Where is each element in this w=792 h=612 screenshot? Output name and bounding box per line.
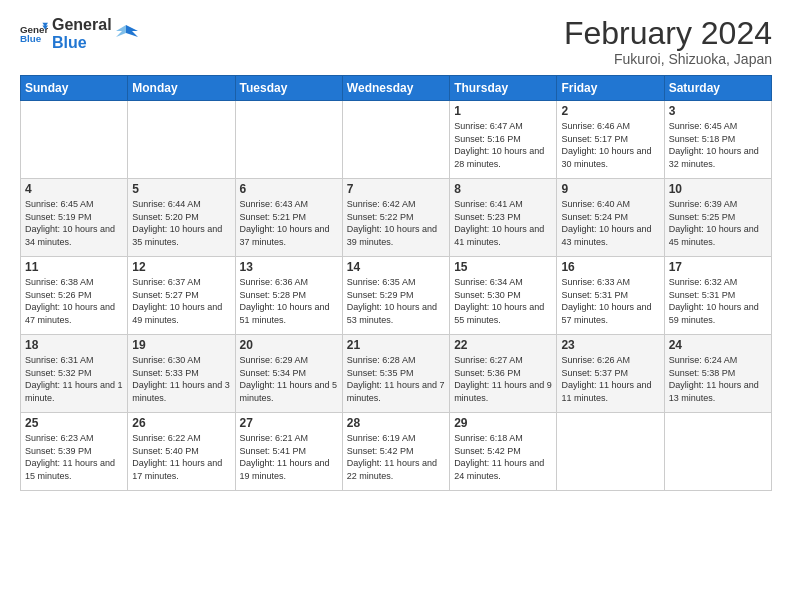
cell-date: 17 [669, 260, 767, 274]
cell-date: 11 [25, 260, 123, 274]
table-row [21, 101, 128, 179]
table-row: 3Sunrise: 6:45 AMSunset: 5:18 PMDaylight… [664, 101, 771, 179]
table-row: 17Sunrise: 6:32 AMSunset: 5:31 PMDayligh… [664, 257, 771, 335]
cell-info: Sunrise: 6:37 AMSunset: 5:27 PMDaylight:… [132, 276, 230, 326]
col-saturday: Saturday [664, 76, 771, 101]
calendar-week-row: 18Sunrise: 6:31 AMSunset: 5:32 PMDayligh… [21, 335, 772, 413]
svg-marker-4 [126, 25, 138, 37]
table-row: 7Sunrise: 6:42 AMSunset: 5:22 PMDaylight… [342, 179, 449, 257]
col-monday: Monday [128, 76, 235, 101]
location: Fukuroi, Shizuoka, Japan [564, 51, 772, 67]
cell-date: 6 [240, 182, 338, 196]
table-row: 16Sunrise: 6:33 AMSunset: 5:31 PMDayligh… [557, 257, 664, 335]
cell-date: 12 [132, 260, 230, 274]
cell-info: Sunrise: 6:36 AMSunset: 5:28 PMDaylight:… [240, 276, 338, 326]
logo-bird-icon [116, 23, 138, 45]
table-row: 4Sunrise: 6:45 AMSunset: 5:19 PMDaylight… [21, 179, 128, 257]
table-row: 9Sunrise: 6:40 AMSunset: 5:24 PMDaylight… [557, 179, 664, 257]
table-row: 6Sunrise: 6:43 AMSunset: 5:21 PMDaylight… [235, 179, 342, 257]
table-row: 5Sunrise: 6:44 AMSunset: 5:20 PMDaylight… [128, 179, 235, 257]
cell-info: Sunrise: 6:29 AMSunset: 5:34 PMDaylight:… [240, 354, 338, 404]
table-row: 19Sunrise: 6:30 AMSunset: 5:33 PMDayligh… [128, 335, 235, 413]
logo: General Blue General Blue [20, 16, 138, 51]
table-row: 15Sunrise: 6:34 AMSunset: 5:30 PMDayligh… [450, 257, 557, 335]
table-row: 10Sunrise: 6:39 AMSunset: 5:25 PMDayligh… [664, 179, 771, 257]
table-row: 29Sunrise: 6:18 AMSunset: 5:42 PMDayligh… [450, 413, 557, 491]
cell-date: 13 [240, 260, 338, 274]
col-tuesday: Tuesday [235, 76, 342, 101]
calendar-header-row: Sunday Monday Tuesday Wednesday Thursday… [21, 76, 772, 101]
calendar-week-row: 25Sunrise: 6:23 AMSunset: 5:39 PMDayligh… [21, 413, 772, 491]
cell-info: Sunrise: 6:21 AMSunset: 5:41 PMDaylight:… [240, 432, 338, 482]
cell-info: Sunrise: 6:44 AMSunset: 5:20 PMDaylight:… [132, 198, 230, 248]
cell-info: Sunrise: 6:46 AMSunset: 5:17 PMDaylight:… [561, 120, 659, 170]
header: General Blue General Blue February 2024 … [20, 16, 772, 67]
cell-info: Sunrise: 6:34 AMSunset: 5:30 PMDaylight:… [454, 276, 552, 326]
table-row: 21Sunrise: 6:28 AMSunset: 5:35 PMDayligh… [342, 335, 449, 413]
cell-date: 24 [669, 338, 767, 352]
table-row: 20Sunrise: 6:29 AMSunset: 5:34 PMDayligh… [235, 335, 342, 413]
cell-date: 2 [561, 104, 659, 118]
col-thursday: Thursday [450, 76, 557, 101]
table-row: 18Sunrise: 6:31 AMSunset: 5:32 PMDayligh… [21, 335, 128, 413]
table-row: 25Sunrise: 6:23 AMSunset: 5:39 PMDayligh… [21, 413, 128, 491]
cell-info: Sunrise: 6:32 AMSunset: 5:31 PMDaylight:… [669, 276, 767, 326]
cell-info: Sunrise: 6:39 AMSunset: 5:25 PMDaylight:… [669, 198, 767, 248]
cell-info: Sunrise: 6:45 AMSunset: 5:19 PMDaylight:… [25, 198, 123, 248]
cell-info: Sunrise: 6:33 AMSunset: 5:31 PMDaylight:… [561, 276, 659, 326]
cell-info: Sunrise: 6:42 AMSunset: 5:22 PMDaylight:… [347, 198, 445, 248]
cell-date: 10 [669, 182, 767, 196]
table-row: 12Sunrise: 6:37 AMSunset: 5:27 PMDayligh… [128, 257, 235, 335]
cell-info: Sunrise: 6:38 AMSunset: 5:26 PMDaylight:… [25, 276, 123, 326]
cell-info: Sunrise: 6:30 AMSunset: 5:33 PMDaylight:… [132, 354, 230, 404]
logo-icon: General Blue [20, 20, 48, 48]
table-row [128, 101, 235, 179]
cell-date: 25 [25, 416, 123, 430]
table-row: 26Sunrise: 6:22 AMSunset: 5:40 PMDayligh… [128, 413, 235, 491]
calendar-table: Sunday Monday Tuesday Wednesday Thursday… [20, 75, 772, 491]
svg-text:Blue: Blue [20, 33, 42, 44]
cell-info: Sunrise: 6:18 AMSunset: 5:42 PMDaylight:… [454, 432, 552, 482]
table-row: 8Sunrise: 6:41 AMSunset: 5:23 PMDaylight… [450, 179, 557, 257]
cell-info: Sunrise: 6:35 AMSunset: 5:29 PMDaylight:… [347, 276, 445, 326]
cell-info: Sunrise: 6:23 AMSunset: 5:39 PMDaylight:… [25, 432, 123, 482]
cell-info: Sunrise: 6:45 AMSunset: 5:18 PMDaylight:… [669, 120, 767, 170]
cell-date: 16 [561, 260, 659, 274]
cell-date: 9 [561, 182, 659, 196]
table-row [342, 101, 449, 179]
svg-marker-5 [116, 25, 126, 37]
cell-info: Sunrise: 6:24 AMSunset: 5:38 PMDaylight:… [669, 354, 767, 404]
cell-info: Sunrise: 6:28 AMSunset: 5:35 PMDaylight:… [347, 354, 445, 404]
cell-info: Sunrise: 6:41 AMSunset: 5:23 PMDaylight:… [454, 198, 552, 248]
cell-date: 22 [454, 338, 552, 352]
cell-date: 19 [132, 338, 230, 352]
logo-blue-text: Blue [52, 34, 112, 52]
cell-date: 4 [25, 182, 123, 196]
cell-date: 28 [347, 416, 445, 430]
month-year: February 2024 [564, 16, 772, 51]
cell-date: 27 [240, 416, 338, 430]
calendar-week-row: 4Sunrise: 6:45 AMSunset: 5:19 PMDaylight… [21, 179, 772, 257]
table-row: 27Sunrise: 6:21 AMSunset: 5:41 PMDayligh… [235, 413, 342, 491]
table-row [664, 413, 771, 491]
calendar-week-row: 11Sunrise: 6:38 AMSunset: 5:26 PMDayligh… [21, 257, 772, 335]
cell-info: Sunrise: 6:31 AMSunset: 5:32 PMDaylight:… [25, 354, 123, 404]
cell-date: 1 [454, 104, 552, 118]
table-row: 28Sunrise: 6:19 AMSunset: 5:42 PMDayligh… [342, 413, 449, 491]
cell-date: 3 [669, 104, 767, 118]
table-row: 24Sunrise: 6:24 AMSunset: 5:38 PMDayligh… [664, 335, 771, 413]
cell-info: Sunrise: 6:22 AMSunset: 5:40 PMDaylight:… [132, 432, 230, 482]
cell-info: Sunrise: 6:19 AMSunset: 5:42 PMDaylight:… [347, 432, 445, 482]
col-wednesday: Wednesday [342, 76, 449, 101]
table-row: 2Sunrise: 6:46 AMSunset: 5:17 PMDaylight… [557, 101, 664, 179]
table-row [557, 413, 664, 491]
title-block: February 2024 Fukuroi, Shizuoka, Japan [564, 16, 772, 67]
table-row: 22Sunrise: 6:27 AMSunset: 5:36 PMDayligh… [450, 335, 557, 413]
logo-general-text: General [52, 16, 112, 34]
table-row: 23Sunrise: 6:26 AMSunset: 5:37 PMDayligh… [557, 335, 664, 413]
table-row: 14Sunrise: 6:35 AMSunset: 5:29 PMDayligh… [342, 257, 449, 335]
cell-date: 29 [454, 416, 552, 430]
col-sunday: Sunday [21, 76, 128, 101]
cell-date: 5 [132, 182, 230, 196]
cell-date: 15 [454, 260, 552, 274]
